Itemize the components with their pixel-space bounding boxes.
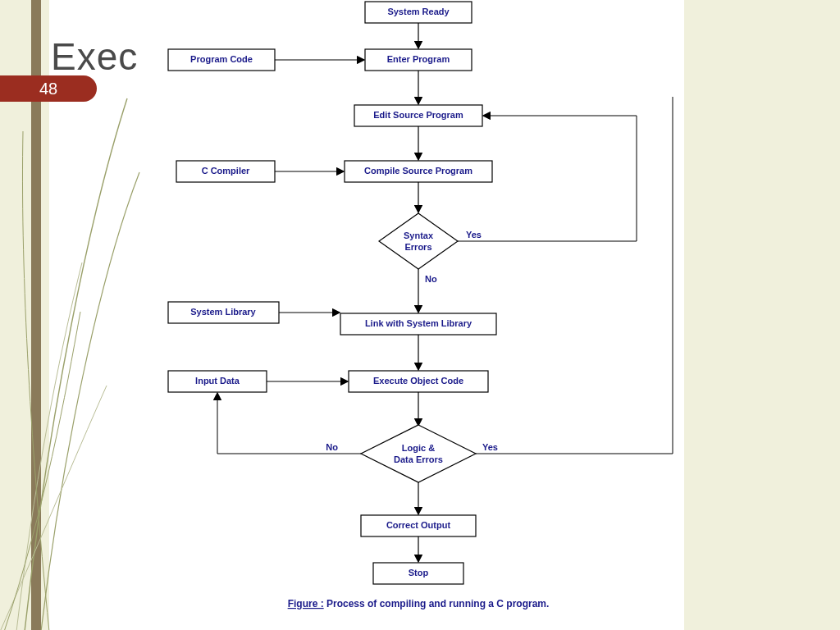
flowchart: System Ready Enter Program Program Code … (148, 0, 689, 615)
decor-right-panel (684, 0, 840, 630)
label-no-syntax: No (425, 274, 437, 284)
label-no-logic: No (326, 442, 338, 452)
label-stop: Stop (409, 568, 429, 578)
label-edit-source: Edit Source Program (373, 110, 463, 120)
label-syntax-errors-1: Syntax (404, 231, 434, 240)
slide-number: 48 (39, 80, 57, 98)
label-yes-logic: Yes (482, 442, 498, 452)
label-execute-obj: Execute Object Code (373, 376, 463, 386)
figure-caption-text: Process of compiling and running a C pro… (324, 598, 550, 609)
figure-caption-prefix: Figure : (288, 598, 324, 609)
label-system-library: System Library (190, 307, 256, 317)
label-link-lib: Link with System Library (365, 318, 472, 328)
label-logic-errors-1: Logic & (402, 443, 435, 453)
label-system-ready: System Ready (387, 7, 450, 16)
slide-title: Exec (51, 34, 138, 79)
connector (476, 97, 673, 454)
slide-number-badge: 48 (0, 75, 97, 102)
slide: Exec 48 System Ready Enter Program Progr… (0, 0, 840, 630)
label-compile-source: Compile Source Program (364, 166, 472, 176)
label-logic-errors-2: Data Errors (394, 454, 443, 464)
label-syntax-errors-2: Errors (404, 242, 431, 252)
label-input-data: Input Data (195, 376, 240, 386)
label-correct-output: Correct Output (386, 520, 451, 530)
label-yes-syntax: Yes (466, 230, 482, 240)
label-c-compiler: C Compiler (202, 166, 250, 176)
figure-caption: Figure : Process of compiling and runnin… (288, 598, 550, 609)
label-program-code: Program Code (190, 54, 253, 64)
label-enter-program: Enter Program (387, 54, 450, 64)
connector (217, 394, 361, 454)
